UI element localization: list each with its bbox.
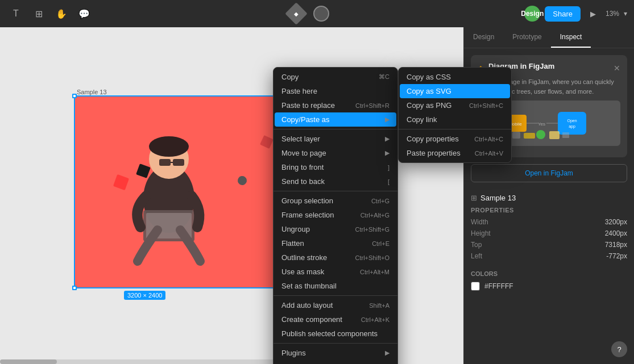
menu-overlay: Copy ⌘C Paste here Paste to replace Ctrl… — [0, 27, 634, 364]
menu-item-send-to-back-label: Send to back — [281, 177, 388, 186]
menu-item-frame-selection[interactable]: Frame selection Ctrl+Alt+G — [275, 208, 396, 222]
submenu-item-copy-properties-shortcut: Ctrl+Alt+C — [474, 136, 503, 143]
menu-item-outline-stroke-label: Outline stroke — [281, 253, 355, 262]
divider-3 — [274, 295, 397, 296]
menu-item-plugins-label: Plugins — [281, 349, 385, 357]
menu-item-send-to-back[interactable]: Send to back [ — [275, 174, 396, 189]
menu-item-send-to-back-shortcut: [ — [388, 178, 389, 185]
menu-item-paste-replace[interactable]: Paste to replace Ctrl+Shift+R — [275, 98, 396, 112]
menu-item-add-auto-layout-label: Add auto layout — [281, 301, 369, 309]
menu-item-use-as-mask[interactable]: Use as mask Ctrl+Alt+M — [275, 265, 396, 279]
menu-item-publish-selected[interactable]: Publish selected components — [275, 327, 396, 341]
toolbar: T ⊞ ✋ 💬 ◆ Design Share ▶ 13% ▾ — [0, 0, 634, 27]
comment-tool[interactable]: 💬 — [75, 5, 93, 23]
menu-item-create-component[interactable]: Create component Ctrl+Alt+K — [275, 312, 396, 327]
menu-item-paste-here[interactable]: Paste here — [275, 84, 396, 98]
menu-item-ungroup[interactable]: Ungroup Ctrl+Shift+G — [275, 222, 396, 236]
submenu-arrow-move-to-page: ▶ — [385, 149, 389, 157]
submenu-item-copy-css-label: Copy as CSS — [407, 73, 451, 81]
submenu-copy-paste-as: Copy as CSS Copy as SVG Copy as PNG Ctrl… — [398, 67, 512, 163]
menu-item-copy-shortcut: ⌘C — [379, 73, 389, 81]
submenu-item-paste-properties[interactable]: Paste properties Ctrl+Alt+V — [400, 146, 510, 160]
menu-item-add-auto-layout-shortcut: Shift+A — [369, 302, 389, 309]
menu-item-bring-to-front-label: Bring to front — [281, 163, 388, 171]
menu-item-bring-to-front-shortcut: ] — [388, 164, 389, 171]
play-button[interactable]: ▶ — [585, 6, 601, 22]
submenu-item-paste-properties-label: Paste properties — [407, 149, 461, 157]
menu-item-flatten-label: Flatten — [281, 239, 372, 248]
avatar: Design — [524, 6, 540, 22]
submenu-item-copy-link-label: Copy link — [407, 115, 437, 124]
toolbar-center: ◆ — [98, 6, 520, 22]
menu-item-paste-replace-label: Paste to replace — [281, 101, 355, 110]
divider-2 — [274, 191, 397, 191]
hand-tool[interactable]: ✋ — [52, 5, 71, 23]
submenu-item-copy-png-shortcut: Ctrl+Shift+C — [469, 102, 503, 109]
submenu-item-copy-png[interactable]: Copy as PNG Ctrl+Shift+C — [400, 98, 510, 112]
submenu-item-copy-png-label: Copy as PNG — [407, 101, 451, 110]
menu-item-set-as-thumbnail[interactable]: Set as thumbnail — [275, 279, 396, 293]
menu-item-group-selection-shortcut: Ctrl+G — [371, 198, 389, 204]
menu-item-frame-selection-shortcut: Ctrl+Alt+G — [360, 212, 389, 219]
submenu-divider — [399, 129, 511, 129]
menu-item-copy-label: Copy — [281, 73, 379, 81]
figma-logo: ◆ — [285, 2, 308, 25]
menu-item-use-as-mask-label: Use as mask — [281, 267, 360, 276]
zoom-dropdown-icon[interactable]: ▾ — [624, 10, 627, 18]
submenu-item-copy-css[interactable]: Copy as CSS — [400, 70, 510, 84]
menu-item-group-selection-label: Group selection — [281, 196, 371, 205]
frame-tool[interactable]: ⊞ — [30, 5, 48, 23]
toolbar-right: Design Share ▶ 13% ▾ — [524, 6, 627, 22]
submenu-item-copy-link[interactable]: Copy link — [400, 112, 510, 127]
menu-item-group-selection[interactable]: Group selection Ctrl+G — [275, 194, 396, 208]
menu-item-ungroup-label: Ungroup — [281, 225, 355, 233]
menu-item-flatten[interactable]: Flatten Ctrl+E — [275, 236, 396, 250]
share-button[interactable]: Share — [545, 6, 581, 22]
text-tool[interactable]: T — [7, 5, 25, 23]
menu-item-publish-selected-label: Publish selected components — [281, 329, 389, 338]
menu-item-copy-paste-as-label: Copy/Paste as — [281, 115, 385, 124]
menu-item-ungroup-shortcut: Ctrl+Shift+G — [355, 226, 389, 233]
submenu-item-copy-svg-label: Copy as SVG — [407, 87, 451, 95]
menu-item-add-auto-layout[interactable]: Add auto layout Shift+A — [275, 298, 396, 312]
submenu-arrow-copy-paste: ▶ — [385, 116, 389, 123]
menu-item-copy-paste-as[interactable]: Copy/Paste as ▶ — [275, 112, 396, 127]
submenu-item-copy-properties-label: Copy properties — [407, 135, 459, 143]
menu-item-flatten-shortcut: Ctrl+E — [372, 240, 389, 247]
context-menu: Copy ⌘C Paste here Paste to replace Ctrl… — [273, 67, 398, 364]
menu-item-use-as-mask-shortcut: Ctrl+Alt+M — [360, 269, 389, 275]
online-indicator — [313, 6, 329, 22]
menu-item-plugins[interactable]: Plugins ▶ — [275, 346, 396, 360]
divider-4 — [274, 343, 397, 344]
menu-item-frame-selection-label: Frame selection — [281, 211, 360, 219]
submenu-item-paste-properties-shortcut: Ctrl+Alt+V — [475, 150, 503, 157]
menu-item-paste-here-label: Paste here — [281, 87, 389, 95]
menu-item-paste-replace-shortcut: Ctrl+Shift+R — [355, 102, 389, 109]
zoom-level[interactable]: 13% — [606, 10, 619, 18]
menu-item-outline-stroke-shortcut: Ctrl+Shift+O — [355, 254, 389, 261]
submenu-arrow-select-layer: ▶ — [385, 135, 389, 143]
menu-item-copy[interactable]: Copy ⌘C — [275, 70, 396, 84]
menu-item-select-layer-label: Select layer — [281, 135, 385, 143]
menu-item-widgets[interactable]: Widgets ▶ — [275, 360, 396, 364]
menu-item-outline-stroke[interactable]: Outline stroke Ctrl+Shift+O — [275, 250, 396, 265]
divider-1 — [274, 129, 397, 129]
submenu-item-copy-svg[interactable]: Copy as SVG — [400, 84, 510, 98]
menu-item-create-component-shortcut: Ctrl+Alt+K — [361, 316, 389, 323]
menu-item-bring-to-front[interactable]: Bring to front ] — [275, 160, 396, 174]
menu-item-set-as-thumbnail-label: Set as thumbnail — [281, 282, 389, 290]
menu-item-move-to-page[interactable]: Move to page ▶ — [275, 146, 396, 160]
menu-item-select-layer[interactable]: Select layer ▶ — [275, 132, 396, 146]
menu-item-move-to-page-label: Move to page — [281, 149, 385, 157]
submenu-item-copy-properties[interactable]: Copy properties Ctrl+Alt+C — [400, 132, 510, 146]
menu-item-create-component-label: Create component — [281, 315, 361, 324]
submenu-arrow-plugins: ▶ — [385, 349, 389, 357]
